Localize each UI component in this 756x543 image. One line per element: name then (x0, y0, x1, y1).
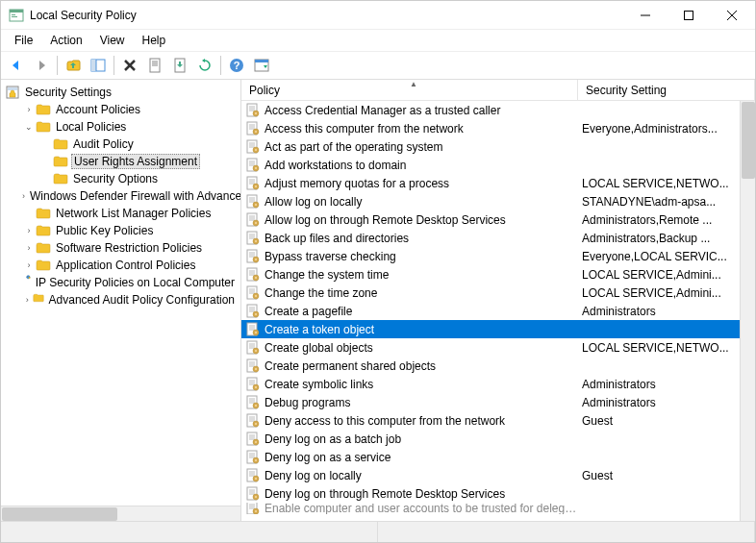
tree-horizontal-scrollbar[interactable] (1, 506, 240, 521)
policy-icon (245, 468, 261, 483)
back-button[interactable] (5, 54, 28, 77)
svg-point-109 (255, 349, 257, 351)
policy-name: Create permanent shared objects (265, 359, 582, 373)
tree-node[interactable]: ›Software Restriction Policies (1, 239, 240, 257)
folder-icon (53, 171, 68, 186)
chevron-right-icon[interactable]: › (22, 293, 33, 307)
tree-node[interactable]: ›Advanced Audit Policy Configuration (1, 291, 240, 309)
chevron-right-icon[interactable]: › (22, 224, 36, 237)
folder-icon (36, 223, 51, 238)
list-body[interactable]: Access Credential Manager as a trusted c… (241, 101, 755, 521)
up-button[interactable] (62, 54, 85, 77)
policy-row[interactable]: Allow log on locallySTANADYNE\adm-apsa..… (241, 192, 755, 210)
policy-row[interactable]: Back up files and directoriesAdministrat… (241, 229, 755, 247)
show-hide-tree-button[interactable] (87, 54, 110, 77)
policy-row[interactable]: Change the system timeLOCAL SERVICE,Admi… (241, 265, 755, 284)
refresh-button[interactable] (193, 54, 216, 77)
minimize-button[interactable] (623, 2, 667, 29)
policy-icon (245, 285, 261, 301)
policy-row[interactable]: Create global objectsLOCAL SERVICE,NETWO… (241, 338, 755, 357)
policy-row[interactable]: Allow log on through Remote Desktop Serv… (241, 210, 755, 229)
column-header-setting[interactable]: Security Setting (578, 80, 755, 100)
statusbar-panel (1, 522, 378, 542)
svg-point-103 (255, 331, 257, 333)
svg-rect-21 (255, 60, 268, 62)
policy-setting: LOCAL SERVICE,NETWO... (582, 177, 755, 190)
policy-row[interactable]: Debug programsAdministrators (241, 393, 755, 411)
policy-row[interactable]: Change the time zoneLOCAL SERVICE,Admini… (241, 284, 755, 302)
tree-node[interactable]: ⌄Local Policies (1, 118, 240, 136)
scrollbar-thumb[interactable] (2, 507, 117, 521)
tree-node[interactable]: Audit Policy (1, 136, 240, 153)
policy-setting: Guest (582, 469, 755, 482)
policy-row[interactable]: Enable computer and user accounts to be … (241, 503, 755, 514)
action-button[interactable] (250, 54, 273, 77)
policy-row[interactable]: Add workstations to domain (241, 156, 755, 174)
tree-node[interactable]: Network List Manager Policies (1, 205, 240, 222)
chevron-right-icon (39, 155, 53, 168)
menu-file[interactable]: File (7, 32, 40, 49)
folder-icon (36, 240, 51, 256)
tree-node-label: User Rights Assignment (71, 154, 200, 169)
policy-row[interactable]: Deny access to this computer from the ne… (241, 411, 755, 430)
tree-node[interactable]: ›Public Key Policies (1, 222, 240, 239)
security-settings-icon (5, 85, 20, 100)
policy-icon (245, 212, 261, 228)
policy-icon (245, 103, 261, 118)
policy-row[interactable]: Deny log on through Remote Desktop Servi… (241, 484, 755, 503)
svg-rect-9 (91, 60, 96, 71)
list-vertical-scrollbar[interactable] (740, 101, 755, 521)
close-button[interactable] (710, 2, 753, 29)
tree-pane[interactable]: Security Settings ›Account Policies⌄Loca… (1, 80, 241, 521)
policy-row[interactable]: Deny log on locallyGuest (241, 466, 755, 484)
policy-icon (245, 358, 261, 374)
tree-node[interactable]: User Rights Assignment (1, 153, 240, 170)
svg-point-85 (255, 276, 257, 278)
menu-action[interactable]: Action (42, 32, 89, 49)
policy-row[interactable]: Deny log on as a batch job (241, 430, 755, 448)
policy-row[interactable]: Adjust memory quotas for a processLOCAL … (241, 174, 755, 192)
window-title: Local Security Policy (30, 9, 623, 22)
svg-point-67 (255, 221, 257, 223)
menubar: File Action View Help (1, 30, 755, 51)
tree-root[interactable]: Security Settings (1, 84, 240, 101)
tree-node[interactable]: IP Security Policies on Local Computer (1, 274, 240, 291)
policy-row[interactable]: Create a pagefileAdministrators (241, 302, 755, 320)
policy-icon (245, 267, 261, 283)
help-button[interactable]: ? (225, 54, 248, 77)
tree-node[interactable]: Security Options (1, 170, 240, 187)
policy-row[interactable]: Create a token object (241, 320, 755, 338)
maximize-button[interactable] (667, 2, 710, 29)
tree-node[interactable]: ›Application Control Policies (1, 257, 240, 274)
menu-help[interactable]: Help (135, 32, 174, 49)
policy-row[interactable]: Deny log on as a service (241, 448, 755, 466)
delete-button[interactable] (118, 54, 141, 77)
export-list-button[interactable] (168, 54, 191, 77)
chevron-right-icon[interactable]: › (22, 103, 36, 116)
policy-row[interactable]: Act as part of the operating system (241, 137, 755, 156)
forward-button[interactable] (30, 54, 53, 77)
properties-button[interactable] (143, 54, 166, 77)
tree-node[interactable]: ›Account Policies (1, 101, 240, 118)
policy-row[interactable]: Bypass traverse checkingEveryone,LOCAL S… (241, 247, 755, 265)
menu-view[interactable]: View (92, 32, 133, 49)
chevron-down-icon[interactable]: ⌄ (22, 120, 36, 134)
policy-row[interactable]: Access this computer from the networkEve… (241, 119, 755, 137)
svg-point-31 (255, 111, 257, 113)
scrollbar-thumb[interactable] (742, 102, 755, 179)
svg-point-91 (255, 294, 257, 296)
chevron-right-icon[interactable]: › (22, 259, 36, 272)
tree-node-label: Advanced Audit Policy Configuration (47, 293, 237, 307)
svg-rect-2 (12, 14, 15, 15)
policy-row[interactable]: Access Credential Manager as a trusted c… (241, 101, 755, 119)
policy-row[interactable]: Create symbolic linksAdministrators (241, 375, 755, 393)
chevron-right-icon[interactable]: › (22, 189, 25, 203)
policy-name: Create global objects (265, 341, 582, 355)
folder-icon (33, 292, 44, 308)
policy-setting: LOCAL SERVICE,NETWO... (582, 341, 755, 355)
policy-row[interactable]: Create permanent shared objects (241, 357, 755, 375)
tree-node[interactable]: ›Windows Defender Firewall with Advanced… (1, 187, 240, 205)
policy-icon (245, 503, 261, 514)
chevron-right-icon (39, 172, 53, 185)
chevron-right-icon[interactable]: › (22, 241, 36, 255)
